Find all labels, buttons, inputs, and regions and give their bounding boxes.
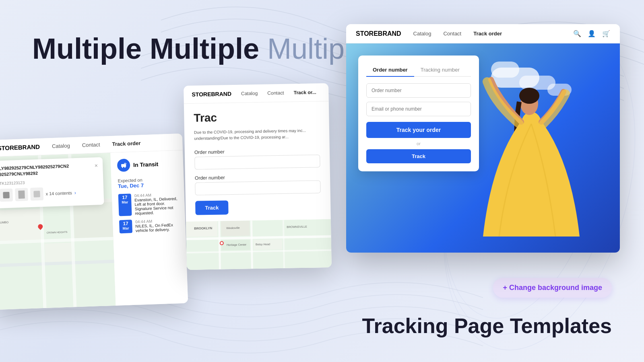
track-overlay-label: Track your order bbox=[396, 127, 441, 133]
brand-right: STOREBRAND bbox=[356, 30, 401, 37]
or-divider: or bbox=[366, 141, 471, 146]
tracking-templates-title: Tracking Page Templates bbox=[362, 314, 612, 337]
track-small-label: Track bbox=[412, 153, 425, 159]
svg-text:BROOKLYN: BROOKLYN bbox=[194, 226, 212, 230]
tab-order-number[interactable]: Order number bbox=[366, 64, 414, 77]
email-phone-input-right[interactable] bbox=[366, 102, 471, 116]
card-left-body: TWO BRIDGES DUMBO BROOKLYN CROWN HEIGHTS… bbox=[0, 150, 188, 310]
event-date-2: 17 Mar bbox=[119, 220, 132, 233]
brand-left: STOREBRAND bbox=[0, 143, 40, 152]
nav-contact-right[interactable]: Contact bbox=[443, 31, 461, 37]
page-subtitle: Tracking Page Templates bbox=[362, 314, 612, 338]
popup-arrow[interactable]: › bbox=[74, 190, 76, 195]
card-right-nav: STOREBRAND Catalog Contact Track order 🔍… bbox=[346, 24, 620, 43]
card-mid-title: Trac bbox=[194, 109, 320, 124]
card-mid-notice: Due to the COVID-19, processing and deli… bbox=[194, 127, 320, 141]
card-mid-body: Trac Due to the COVID-19, processing and… bbox=[184, 101, 331, 222]
item-img-3 bbox=[30, 187, 43, 201]
svg-rect-6 bbox=[121, 164, 126, 167]
page-heading: Multiple Multiple Multiple M bbox=[32, 32, 399, 65]
svg-text:Weeksville: Weeksville bbox=[226, 226, 240, 230]
card-mid-nav: STOREBRAND Catalog Contact Track or... bbox=[184, 83, 329, 104]
sub-tracking-id: TK123123123 bbox=[0, 178, 99, 186]
card-left-tracking: STOREBRAND Catalog Contact Track order T bbox=[0, 134, 188, 310]
svg-rect-4 bbox=[18, 190, 25, 199]
popup-close-btn[interactable]: × bbox=[95, 162, 98, 169]
event-item-2: 17 Mar 04:44 AM NILES, IL, On FedEx vehi… bbox=[119, 218, 179, 233]
map-area: TWO BRIDGES DUMBO BROOKLYN CROWN HEIGHTS… bbox=[0, 153, 116, 310]
svg-point-28 bbox=[519, 88, 539, 104]
change-background-button[interactable]: + Change background image bbox=[493, 278, 612, 298]
user-icon[interactable]: 👤 bbox=[588, 30, 596, 37]
nav-icons: 🔍 👤 🛒 bbox=[573, 30, 610, 37]
nav-catalog-mid[interactable]: Catalog bbox=[241, 90, 258, 97]
event-date-1: 17 Mar bbox=[118, 193, 132, 216]
event-info-1: 04:44 AM Evanston, IL, Delivered, Left a… bbox=[134, 192, 179, 216]
card-right-hero: STOREBRAND Catalog Contact Track order 🔍… bbox=[346, 24, 620, 253]
heading-bold1: Multiple bbox=[32, 33, 142, 65]
order-number-input-mid[interactable] bbox=[194, 154, 320, 169]
track-button-mid[interactable]: Track bbox=[195, 200, 229, 215]
track-button-small[interactable]: Track bbox=[366, 149, 471, 163]
search-icon[interactable]: 🔍 bbox=[573, 30, 581, 37]
tracking-popup: LY982925279CNLY982925279CN2 925279CNLY98… bbox=[0, 157, 104, 208]
hero-image: Order number Tracking number Track your … bbox=[346, 43, 620, 253]
brand-mid: STOREBRAND bbox=[192, 90, 231, 98]
mid-title-text: Trac bbox=[194, 111, 217, 124]
tab-tracking-number[interactable]: Tracking number bbox=[414, 64, 466, 77]
nav-contact-mid[interactable]: Contact bbox=[267, 90, 284, 96]
event-item-1: 17 Mar 04:44 AM Evanston, IL, Delivered,… bbox=[118, 192, 179, 216]
form-label-2: Order number bbox=[195, 173, 320, 181]
nav-track-left[interactable]: Track order bbox=[112, 140, 140, 147]
nav-track-right[interactable]: Track order bbox=[473, 31, 502, 37]
form-overlay: Order number Tracking number Track your … bbox=[358, 56, 479, 171]
popup-items: x 14 contents › bbox=[0, 185, 99, 202]
item-img-1 bbox=[0, 188, 13, 202]
tabs-row: Order number Tracking number bbox=[366, 64, 471, 77]
nav-catalog-left[interactable]: Catalog bbox=[52, 143, 70, 150]
status-icon bbox=[117, 158, 130, 172]
track-your-order-button[interactable]: Track your order bbox=[366, 122, 471, 138]
tracking-id: LY982925279CNLY982925279CN2 925279CNLY98… bbox=[0, 162, 95, 178]
svg-text:BROWNSVILLE: BROWNSVILLE bbox=[287, 225, 307, 228]
card-mid-form: STOREBRAND Catalog Contact Track or... T… bbox=[184, 83, 332, 270]
nav-catalog-right[interactable]: Catalog bbox=[413, 31, 431, 37]
expected-section: Expected on Tue, Dec 7 bbox=[118, 176, 178, 189]
event-info-2: 04:44 AM NILES, IL, On FedEx vehicle for… bbox=[135, 218, 179, 233]
cart-icon[interactable]: 🛒 bbox=[602, 30, 610, 37]
svg-rect-5 bbox=[33, 191, 40, 197]
change-bg-label: + Change background image bbox=[503, 284, 602, 292]
form-label-1: Order number bbox=[194, 147, 320, 155]
email-input-mid[interactable] bbox=[195, 180, 321, 195]
status-text: In Transit bbox=[133, 161, 159, 168]
popup-header: LY982925279CNLY982925279CN2 925279CNLY98… bbox=[0, 162, 98, 178]
track-btn-mid-label: Track bbox=[205, 205, 219, 211]
nav-track-mid[interactable]: Track or... bbox=[294, 89, 316, 95]
order-number-input-right[interactable] bbox=[366, 83, 471, 98]
tracking-events: 17 Mar 04:44 AM Evanston, IL, Delivered,… bbox=[118, 192, 179, 233]
svg-rect-3 bbox=[3, 192, 10, 199]
heading-bold2: Multiple bbox=[150, 33, 259, 65]
status-badge: In Transit bbox=[117, 157, 177, 172]
tracking-panel: In Transit Expected on Tue, Dec 7 17 Mar… bbox=[110, 150, 188, 306]
contents-count: x 14 contents bbox=[45, 190, 72, 196]
nav-contact-left[interactable]: Contact bbox=[82, 142, 100, 148]
card-mid-map: BROOKLYN Weeksville Heritage Center Bets… bbox=[186, 219, 332, 270]
item-img-2 bbox=[15, 188, 28, 201]
